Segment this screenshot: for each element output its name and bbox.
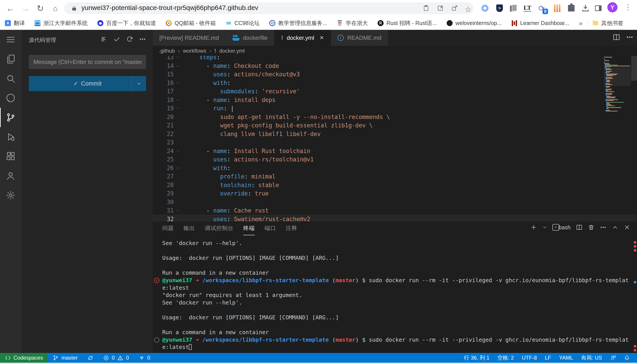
bookmark-item[interactable]: RRust 招聘 - Rust语... [378, 20, 437, 27]
tab--preview-readme-md[interactable]: [Preview] README.md [153, 30, 226, 46]
home-icon[interactable]: ⌂ [50, 3, 61, 14]
panel-tab-问题[interactable]: 问题 [162, 224, 174, 235]
activity-item-search[interactable] [0, 69, 21, 88]
activity-item-run-debug[interactable] [0, 127, 21, 146]
bookmark-item[interactable]: A翻译 [5, 20, 25, 27]
terminal[interactable]: See 'docker run --help'.Usage: docker ru… [153, 240, 631, 353]
feedback-item[interactable] [606, 353, 620, 363]
code-line[interactable]: 26 with: [153, 164, 637, 172]
extension-bars-icon[interactable] [553, 4, 561, 12]
panel-tab-端口[interactable]: 端口 [264, 224, 276, 235]
fold-chevron-icon[interactable] [176, 208, 180, 213]
downloads-icon[interactable] [581, 4, 590, 12]
line-number[interactable]: 15 [153, 70, 174, 79]
line-number[interactable]: 20 [153, 113, 174, 122]
commit-check-icon[interactable] [113, 36, 120, 43]
bookmarks-overflow-icon[interactable]: » [579, 20, 582, 27]
line-number[interactable]: 27 [153, 172, 174, 181]
line-number[interactable]: 22 [153, 130, 174, 138]
split-terminal-icon[interactable] [576, 224, 582, 231]
fold-chevron-icon[interactable] [176, 106, 180, 110]
new-terminal-icon[interactable] [530, 224, 537, 231]
back-icon[interactable]: ← [5, 3, 16, 14]
browser-menu-icon[interactable]: ⋮ [624, 3, 632, 12]
split-editor-icon[interactable] [613, 34, 620, 41]
breadcrumb-segment[interactable]: .github [159, 48, 175, 54]
line-number[interactable]: 14 [153, 62, 174, 70]
bookmark-item[interactable]: 学在浙大 [337, 20, 368, 27]
commit-dropdown[interactable] [131, 76, 146, 91]
commit-message-input[interactable] [29, 55, 146, 69]
code-line[interactable]: 24 - name: Install Rust toolchain [153, 147, 637, 156]
languagetool-icon[interactable]: LT [523, 4, 532, 12]
breadcrumb-segment[interactable]: workflows [183, 48, 206, 54]
activity-item-explorer[interactable] [0, 49, 21, 69]
panel-tab-注释[interactable]: 注释 [286, 224, 297, 235]
code-line[interactable]: 20 sudo apt-get install -y --no-install-… [153, 113, 637, 122]
line-number[interactable]: 29 [153, 189, 174, 198]
fold-chevron-icon[interactable] [176, 166, 180, 170]
code-line[interactable]: 25 uses: actions-rs/toolchain@v1 [153, 155, 637, 164]
tab-docker-yml[interactable]: !docker.yml✕ [274, 30, 331, 46]
clipboard-icon[interactable] [423, 5, 429, 12]
status-item[interactable]: LF [541, 353, 555, 363]
line-number[interactable]: 31 [153, 206, 174, 215]
activity-item-github[interactable] [0, 88, 21, 108]
bookmark-item[interactable]: Learner Dashboar... [511, 20, 569, 26]
code-line[interactable]: 27 profile: minimal [153, 172, 637, 181]
bookmark-item[interactable]: 98CC98论坛 [225, 20, 260, 27]
line-number[interactable]: 28 [153, 181, 174, 190]
activity-item-source-control[interactable] [0, 108, 21, 127]
line-number[interactable]: 30 [153, 198, 174, 206]
refresh-icon[interactable] [126, 36, 133, 43]
code-line[interactable]: 13 steps: [153, 56, 637, 62]
url-text[interactable]: yunwei37-potential-space-trout-rpr5qwj66… [82, 4, 258, 12]
panel-tab-终端[interactable]: 终端 [243, 224, 255, 235]
code-line[interactable]: 31 - name: Cache rust [153, 206, 637, 215]
line-number[interactable]: 26 [153, 164, 174, 172]
reload-icon[interactable]: ↻ [35, 3, 46, 14]
line-number[interactable]: 13 [153, 56, 174, 62]
line-number[interactable]: 21 [153, 121, 174, 130]
panel-tab-调试控制台[interactable]: 调试控制台 [205, 224, 233, 235]
minimap-viewport[interactable] [604, 68, 631, 86]
code-line[interactable]: 23 [153, 138, 637, 147]
side-panel-icon[interactable] [594, 4, 602, 12]
terminal-instance[interactable]: > bash [552, 224, 571, 231]
code-line[interactable]: 22 clang llvm libelf1 libelf-dev [153, 130, 637, 138]
line-number[interactable]: 18 [153, 96, 174, 104]
more-actions-icon[interactable] [139, 36, 146, 43]
status-item[interactable]: YAML [555, 353, 577, 363]
code-line[interactable]: 28 toolchain: stable [153, 181, 637, 190]
code-line[interactable]: 21 wget pkg-config build-essential zlib1… [153, 121, 637, 130]
panel-more-icon[interactable] [600, 224, 606, 231]
line-number[interactable]: 23 [153, 138, 174, 147]
bookmark-item[interactable]: weloveinterns/op... [447, 20, 502, 26]
code-line[interactable]: 16 with: [153, 79, 637, 87]
notifications-item[interactable] [620, 353, 634, 363]
bookmark-item[interactable]: QQ邮箱 - 收件箱 [166, 20, 216, 27]
activity-item-account[interactable] [0, 166, 21, 186]
close-panel-icon[interactable] [624, 224, 630, 231]
code-line[interactable]: 30 [153, 198, 637, 206]
editor-scrollbar[interactable] [631, 56, 637, 81]
line-number[interactable]: 19 [153, 104, 174, 113]
panel-tab-输出[interactable]: 输出 [183, 224, 195, 235]
tab-dockerfile[interactable]: dockerfile [226, 30, 274, 46]
forward-icon[interactable]: → [20, 3, 31, 14]
activity-item-settings[interactable] [0, 186, 21, 205]
tab-readme-md[interactable]: iREADME.md [331, 30, 389, 46]
code-line[interactable]: 18 - name: install deps [153, 96, 637, 104]
browser-avatar[interactable]: Y [607, 2, 617, 12]
line-number[interactable]: 32 [153, 215, 174, 221]
editor-more-icon[interactable] [626, 34, 633, 41]
ports-indicator[interactable]: 0 [134, 353, 155, 363]
extension-shield-icon[interactable]: > [495, 4, 504, 12]
other-bookmarks-folder[interactable]: 其他书签 [592, 20, 623, 27]
activity-item-extensions[interactable] [0, 146, 21, 166]
extension-ring-icon[interactable] [481, 4, 489, 12]
extensions-puzzle-icon[interactable] [567, 4, 575, 12]
bookmark-item[interactable]: 教学管理信息服务... [269, 20, 327, 27]
maximize-panel-icon[interactable] [612, 224, 618, 231]
bookmark-star-icon[interactable]: ☆ [465, 5, 471, 12]
